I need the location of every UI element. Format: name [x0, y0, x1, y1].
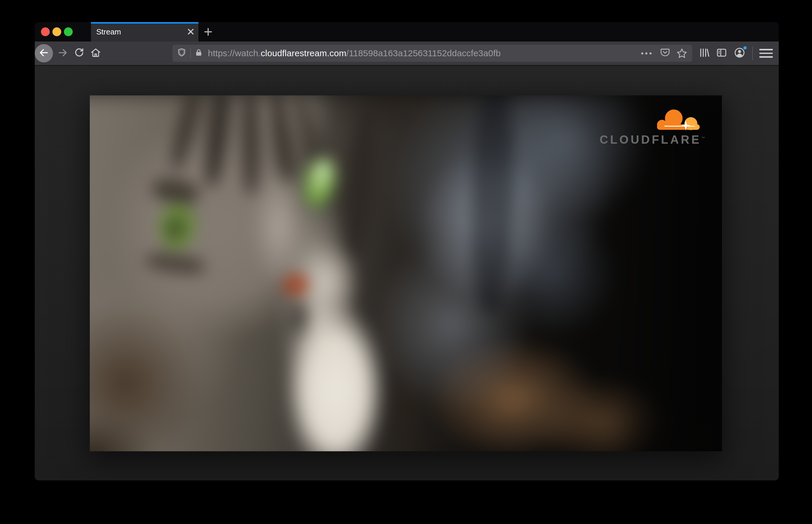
page-actions-icon[interactable]: •••	[641, 49, 653, 58]
video-frame-cat	[90, 95, 722, 451]
cloudflare-cloud-logo-icon	[655, 107, 703, 132]
cloudflare-watermark: CLOUDFLARE™	[599, 107, 705, 145]
url-domain: cloudflarestream.com	[261, 48, 346, 58]
save-to-pocket-icon[interactable]	[660, 47, 670, 59]
minimize-window-button[interactable]	[52, 27, 61, 36]
address-bar[interactable]: https://watch.cloudflarestream.com/11859…	[173, 45, 692, 62]
menu-icon	[759, 49, 773, 50]
home-button[interactable]	[89, 47, 102, 60]
tab-stream[interactable]: Stream ✕	[91, 22, 198, 42]
screenshot-stage: Stream ✕ +	[0, 0, 812, 524]
cat-right-eye	[299, 155, 341, 212]
url-path: /118598a163a125631152ddaccfe3a0fb	[346, 48, 501, 58]
account-notification-dot	[743, 45, 748, 50]
navigation-toolbar: https://watch.cloudflarestream.com/11859…	[35, 42, 779, 66]
bookmark-star-icon[interactable]	[676, 48, 687, 59]
menu-button[interactable]	[759, 49, 773, 58]
close-tab-icon[interactable]: ✕	[186, 27, 195, 37]
url-scheme-subdomain: https://watch.	[208, 48, 261, 58]
reload-button[interactable]	[72, 47, 86, 60]
library-icon	[698, 47, 710, 60]
page-content: CLOUDFLARE™	[35, 66, 779, 480]
back-arrow-icon	[38, 47, 49, 59]
cat-nose	[281, 272, 311, 298]
close-window-button[interactable]	[41, 27, 50, 36]
toolbar-divider	[752, 47, 753, 60]
forward-arrow-icon	[58, 47, 68, 59]
zoom-window-button[interactable]	[64, 27, 73, 36]
connection-secure-lock-icon[interactable]	[194, 48, 203, 59]
cat-left-eye	[156, 200, 199, 252]
new-tab-button[interactable]: +	[200, 22, 217, 42]
trademark-symbol: ™	[701, 136, 705, 141]
url-display: https://watch.cloudflarestream.com/11859…	[208, 48, 641, 58]
reload-icon	[74, 47, 85, 60]
home-icon	[90, 47, 101, 60]
cat-mouth-shadow	[288, 300, 311, 341]
library-button[interactable]	[698, 47, 710, 60]
account-button[interactable]	[733, 47, 746, 60]
video-player[interactable]: CLOUDFLARE™	[90, 95, 722, 451]
tab-title: Stream	[96, 27, 121, 36]
sidebar-button[interactable]	[716, 47, 728, 60]
sidebar-icon	[716, 47, 728, 60]
tab-strip: Stream ✕ +	[35, 22, 779, 42]
urlbar-divider	[190, 48, 191, 58]
window-controls	[35, 22, 73, 42]
back-button[interactable]	[35, 44, 53, 62]
tab-strip-spacer	[73, 22, 91, 42]
cloudflare-wordmark: CLOUDFLARE™	[599, 134, 705, 145]
firefox-window: Stream ✕ +	[35, 22, 779, 480]
tracking-protection-shield-icon[interactable]	[177, 48, 186, 59]
forward-button[interactable]	[56, 47, 69, 60]
